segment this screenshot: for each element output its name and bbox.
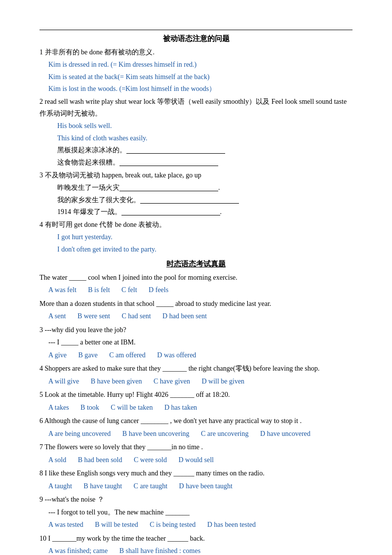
q10-opt-b: B shall have finished : comes: [119, 545, 200, 555]
q2-options: A sent B were sent C had sent D had been…: [48, 310, 353, 323]
q4-opt-d: D will be given: [201, 376, 244, 388]
q7-options: A sold B had been sold C were sold D wou…: [48, 454, 353, 467]
item3-example2: 我的家乡发生了很大变化。: [57, 194, 353, 206]
item2-example1: His book sells well.: [57, 120, 353, 132]
top-divider: [39, 30, 353, 30]
question-2: More than a dozen students in that schoo…: [39, 298, 353, 323]
q9-options: A was tested B will be tested C is being…: [48, 519, 353, 531]
q4-opt-c: C have given: [154, 376, 190, 388]
q6-opt-d: D have uncovered: [260, 428, 311, 440]
section1-item1: 1 并非所有的 be done 都有被动的意义. Kim is dressed …: [39, 46, 353, 95]
q9-text: 9 ---what's the noise ？: [39, 494, 353, 506]
q1-options: A was felt B is felt C felt D feels: [48, 284, 353, 297]
item2-example4: 这食物尝起来很糟。: [57, 157, 353, 169]
q5-opt-c: C will be taken: [111, 402, 153, 414]
q2-text: More than a dozen students in that schoo…: [39, 298, 353, 310]
q7-text: 7 The flowers were so lovely that they _…: [39, 441, 353, 454]
q6-opt-c: C are uncovering: [201, 428, 248, 440]
q9-opt-b: B will be tested: [95, 519, 138, 531]
q8-opt-b: B have taught: [83, 480, 122, 493]
q4-text: 4 Shoppers are asked to make sure that t…: [39, 363, 353, 375]
question-4: 4 Shoppers are asked to make sure that t…: [39, 363, 353, 387]
question-1: The water _____ cool when I joined into …: [39, 272, 353, 297]
q10-text: 10 I _______my work by the time the teac…: [39, 533, 353, 545]
q8-opt-a: A taught: [48, 480, 72, 493]
q3-opt-d: D was offered: [157, 349, 196, 362]
item4-example1: I got hurt yesterday.: [57, 231, 353, 243]
quiz-title: 时态语态考试真题: [39, 259, 353, 269]
item1-example2: Kim is seated at the back(= Kim seats hi…: [48, 71, 353, 83]
q4-options: A will give B have been given C have giv…: [48, 376, 353, 388]
q10-options-row1: A was finished; came B shall have finish…: [48, 545, 353, 555]
section1-item3: 3 不及物动词无被动 happen, break out, take place…: [39, 170, 353, 218]
q8-text: 8 I like these English songs very much a…: [39, 468, 353, 480]
q5-opt-b: B took: [80, 402, 99, 414]
q3-subtext: --- I _____ a better one at IBM.: [48, 337, 353, 349]
q5-opt-d: D has taken: [164, 402, 197, 414]
item2-intro: 2 read sell wash write play shut wear lo…: [39, 96, 353, 120]
q6-text: 6 Although the cause of lung cancer ____…: [39, 415, 353, 427]
item3-example1: 昨晚发生了一场火灾.: [57, 182, 353, 194]
item1-example1: Kim is dressed in red. (= Kim dresses hi…: [48, 59, 353, 71]
q8-opt-d: D have been taught: [179, 480, 233, 493]
q3-opt-b: B gave: [78, 349, 97, 362]
q4-opt-a: A will give: [48, 376, 79, 388]
q8-opt-c: C are taught: [134, 480, 167, 493]
q7-opt-c: C were sold: [134, 454, 167, 467]
question-7: 7 The flowers were so lovely that they _…: [39, 441, 353, 466]
question-10: 10 I _______my work by the time the teac…: [39, 533, 353, 555]
section1-item2: 2 read sell wash write play shut wear lo…: [39, 96, 353, 169]
main-title: 被动语态注意的问题: [39, 34, 353, 43]
q6-opt-a: A are being uncovered: [48, 428, 111, 440]
section1-item4: 4 有时可用 get done 代替 be done 表被动。 I got hu…: [39, 219, 353, 255]
q2-opt-d: D had been sent: [162, 310, 207, 323]
q1-opt-a: A was felt: [48, 284, 77, 297]
item2-example2: This kind of cloth washes easily.: [57, 132, 353, 144]
item1-intro: 1 并非所有的 be done 都有被动的意义.: [39, 46, 353, 58]
q1-opt-c: C felt: [121, 284, 137, 297]
q3-options: A give B gave C am offered D was offered: [48, 349, 353, 362]
q3-opt-c: C am offered: [109, 349, 146, 362]
q2-opt-a: A sent: [48, 310, 66, 323]
question-3: 3 ---why did you leave the job? --- I __…: [39, 324, 353, 362]
item4-example2: I don't often get invited to the party.: [57, 244, 353, 256]
question-8: 8 I like these English songs very much a…: [39, 468, 353, 492]
question-5: 5 Look at the timetable. Hurry up! Fligh…: [39, 389, 353, 414]
item3-example3: 1914 年爆发了一战。.: [57, 206, 353, 218]
q3-opt-a: A give: [48, 349, 67, 362]
q7-opt-b: B had been sold: [78, 454, 122, 467]
q7-opt-d: D would sell: [178, 454, 214, 467]
q5-opt-a: A takes: [48, 402, 69, 414]
q2-opt-c: C had sent: [121, 310, 151, 323]
q1-opt-b: B is felt: [88, 284, 110, 297]
item3-intro: 3 不及物动词无被动 happen, break out, take place…: [39, 170, 353, 181]
item4-intro: 4 有时可用 get done 代替 be done 表被动。: [39, 219, 353, 231]
q8-options: A taught B have taught C are taught D ha…: [48, 480, 353, 493]
q5-text: 5 Look at the timetable. Hurry up! Fligh…: [39, 389, 353, 401]
item1-example3: Kim is lost in the woods. (=Kim lost him…: [48, 83, 353, 95]
q9-subtext: --- I forgot to tell you。The new machine…: [48, 507, 353, 519]
q2-opt-b: B were sent: [78, 310, 110, 323]
q10-opt-a: A was finished; came: [48, 545, 108, 555]
q9-opt-a: A was tested: [48, 519, 83, 531]
q6-options: A are being uncovered B have been uncove…: [48, 428, 353, 440]
q5-options: A takes B took C will be taken D has tak…: [48, 402, 353, 414]
q9-opt-c: C is being tested: [150, 519, 196, 531]
q9-opt-d: D has been tested: [207, 519, 256, 531]
q7-opt-a: A sold: [48, 454, 66, 467]
question-6: 6 Although the cause of lung cancer ____…: [39, 415, 353, 440]
q1-text: The water _____ cool when I joined into …: [39, 272, 353, 284]
question-9: 9 ---what's the noise ？ --- I forgot to …: [39, 494, 353, 531]
q3-text: 3 ---why did you leave the job?: [39, 324, 353, 337]
item2-example3: 黑板摸起来凉冰冰的。: [57, 144, 353, 156]
q4-opt-b: B have been given: [91, 376, 142, 388]
q1-opt-d: D feels: [149, 284, 168, 297]
q6-opt-b: B have been uncovering: [122, 428, 190, 440]
